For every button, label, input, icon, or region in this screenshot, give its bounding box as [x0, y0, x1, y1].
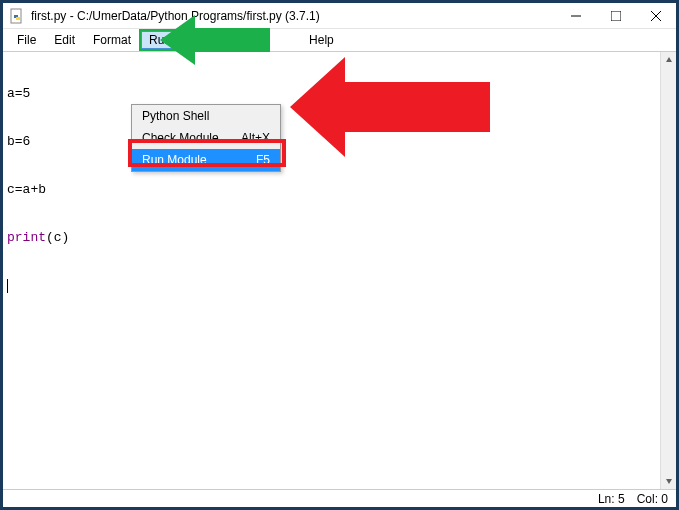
code-line [7, 278, 672, 294]
menu-item-run-module[interactable]: Run Module F5 [132, 149, 280, 171]
menu-format[interactable]: Format [85, 31, 139, 49]
menu-item-label: Run Module [142, 153, 207, 167]
vertical-scrollbar[interactable] [660, 52, 676, 489]
text-cursor [7, 279, 8, 293]
svg-rect-2 [16, 17, 20, 20]
window-title: first.py - C:/UmerData/Python Programs/f… [31, 9, 556, 23]
svg-rect-4 [611, 11, 621, 21]
menu-item-accel: Alt+X [241, 131, 270, 145]
run-menu-dropdown: Python Shell Check Module Alt+X Run Modu… [131, 104, 281, 172]
svg-marker-7 [666, 57, 672, 62]
maximize-button[interactable] [596, 3, 636, 29]
svg-marker-8 [666, 479, 672, 484]
menu-file[interactable]: File [9, 31, 44, 49]
statusbar: Ln: 5 Col: 0 [3, 489, 676, 507]
menu-item-label: Check Module [142, 131, 219, 145]
status-col: Col: 0 [637, 492, 668, 506]
annotation-green-arrow-icon [160, 10, 270, 73]
svg-marker-10 [290, 57, 490, 157]
python-file-icon [9, 8, 25, 24]
annotation-red-arrow-icon [290, 52, 490, 165]
code-line: c=a+b [7, 182, 672, 198]
menu-item-label: Python Shell [142, 109, 209, 123]
close-button[interactable] [636, 3, 676, 29]
minimize-button[interactable] [556, 3, 596, 29]
menu-edit[interactable]: Edit [46, 31, 83, 49]
code-line: print(c) [7, 230, 672, 246]
svg-marker-9 [160, 15, 270, 65]
window-controls [556, 3, 676, 28]
menu-item-python-shell[interactable]: Python Shell [132, 105, 280, 127]
status-line: Ln: 5 [598, 492, 625, 506]
menu-item-check-module[interactable]: Check Module Alt+X [132, 127, 280, 149]
scroll-down-arrow-icon[interactable] [661, 473, 676, 489]
scroll-up-arrow-icon[interactable] [661, 52, 676, 68]
menu-help[interactable]: Help [301, 31, 342, 49]
menubar: File Edit Format Run Options Window Help [3, 29, 676, 51]
menu-item-accel: F5 [256, 153, 270, 167]
titlebar: first.py - C:/UmerData/Python Programs/f… [3, 3, 676, 29]
